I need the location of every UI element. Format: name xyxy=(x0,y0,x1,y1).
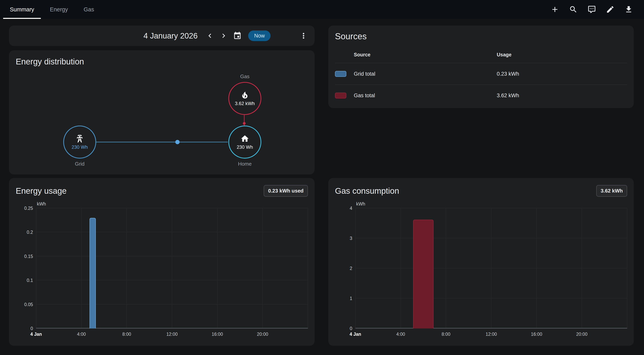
view-tabs: Summary Energy Gas xyxy=(2,0,102,19)
previous-date-button[interactable] xyxy=(204,30,216,42)
chart-grid: 01234 4 Jan4:008:0012:0016:0020:00 xyxy=(335,208,627,339)
search-button[interactable] xyxy=(567,3,580,16)
chart-bar[interactable] xyxy=(90,218,96,328)
date-menu-button[interactable] xyxy=(297,29,310,43)
gas-consumption-card: Gas consumption 3.62 kWh kWh 01234 4 Jan… xyxy=(328,178,634,346)
add-button[interactable] xyxy=(548,3,562,16)
column-header-usage: Usage xyxy=(497,52,627,58)
plus-icon xyxy=(550,5,559,14)
unit-label: kWh xyxy=(37,201,308,207)
energy-usage-card: Energy usage 0.23 kWh used kWh 00.050.10… xyxy=(9,178,314,346)
plot-area xyxy=(356,208,627,328)
selected-date: 4 January 2026 xyxy=(144,32,198,40)
left-column: 4 January 2026 Now Energy distribution xyxy=(9,26,314,346)
calendar-button[interactable] xyxy=(231,30,244,42)
chart-grid: 00.050.10.150.20.25 4 Jan4:008:0012:0016… xyxy=(16,208,308,339)
x-axis: 4 Jan4:008:0012:0016:0020:00 xyxy=(356,328,627,339)
main-content: 4 January 2026 Now Energy distribution xyxy=(0,19,644,346)
search-icon xyxy=(569,5,578,14)
grid-node-value: 230 Wh xyxy=(72,144,88,150)
energy-usage-header: Energy usage 0.23 kWh used xyxy=(16,185,308,197)
home-icon xyxy=(240,134,249,143)
dots-vertical-icon xyxy=(299,32,308,40)
chart-bar[interactable] xyxy=(413,220,434,328)
pencil-icon xyxy=(606,5,614,14)
energy-flow-diagram: Gas 3.62 kWh 230 Wh Grid xyxy=(16,68,308,167)
grid-circle: 230 Wh xyxy=(63,126,96,159)
energy-usage-chart: kWh 00.050.10.150.20.25 4 Jan4:008:0012:… xyxy=(16,201,308,339)
home-node-value: 230 Wh xyxy=(237,144,253,150)
right-column: Sources Source Usage Grid total 0.23 kWh… xyxy=(328,26,634,346)
sources-table: Source Usage Grid total 0.23 kWh Gas tot… xyxy=(335,46,627,106)
gas-consumption-header: Gas consumption 3.62 kWh xyxy=(335,185,627,197)
source-swatch xyxy=(335,93,346,98)
next-date-button[interactable] xyxy=(218,30,230,42)
download-icon xyxy=(624,5,633,14)
y-axis: 01234 xyxy=(335,208,356,328)
energy-flow-lines xyxy=(16,68,308,167)
chevron-right-icon xyxy=(219,32,228,40)
source-name: Grid total xyxy=(354,71,497,77)
assist-button[interactable] xyxy=(585,3,598,16)
table-row-gas-total: Gas total 3.62 kWh xyxy=(335,85,627,106)
home-node[interactable]: 230 Wh Home xyxy=(228,126,261,167)
energy-distribution-title: Energy distribution xyxy=(16,57,308,66)
gas-node-value: 3.62 kWh xyxy=(235,101,255,106)
column-header-source: Source xyxy=(354,52,497,58)
now-button[interactable]: Now xyxy=(248,31,270,41)
swatch-cell xyxy=(335,71,354,77)
home-circle: 230 Wh xyxy=(228,126,261,159)
grid-node-label: Grid xyxy=(75,161,84,167)
source-swatch xyxy=(335,71,346,77)
gas-circle: 3.62 kWh xyxy=(228,82,261,115)
energy-distribution-card: Energy distribution Gas 3.62 kWh xyxy=(9,50,314,174)
source-usage: 3.62 kWh xyxy=(497,93,627,99)
tab-summary-label: Summary xyxy=(10,6,34,13)
energy-usage-badge: 0.23 kWh used xyxy=(264,185,308,197)
source-name: Gas total xyxy=(354,93,497,99)
source-usage: 0.23 kWh xyxy=(497,71,627,77)
assist-chat-icon xyxy=(588,5,596,14)
gas-consumption-badge: 3.62 kWh xyxy=(596,185,627,197)
gas-consumption-chart: kWh 01234 4 Jan4:008:0012:0016:0020:00 xyxy=(335,201,627,339)
date-selector-card: 4 January 2026 Now xyxy=(9,26,314,46)
unit-label: kWh xyxy=(356,201,627,207)
y-axis: 00.050.10.150.20.25 xyxy=(16,208,36,328)
grid-node[interactable]: 230 Wh Grid xyxy=(63,126,96,167)
gas-node[interactable]: Gas 3.62 kWh xyxy=(228,74,261,115)
sources-title: Sources xyxy=(335,32,627,41)
tab-gas-label: Gas xyxy=(84,6,94,13)
swatch-cell xyxy=(335,93,354,98)
chevron-left-icon xyxy=(206,32,214,40)
gas-node-label: Gas xyxy=(240,74,250,80)
tab-summary[interactable]: Summary xyxy=(2,0,42,19)
fire-icon xyxy=(240,91,249,100)
table-row-grid-total: Grid total 0.23 kWh xyxy=(335,63,627,85)
app-header: Summary Energy Gas xyxy=(0,0,644,19)
tab-energy[interactable]: Energy xyxy=(42,0,76,19)
calendar-icon xyxy=(233,32,242,40)
sources-table-header: Source Usage xyxy=(335,46,627,63)
tab-energy-label: Energy xyxy=(50,6,68,13)
x-axis: 4 Jan4:008:0012:0016:0020:00 xyxy=(36,328,308,339)
energy-usage-title: Energy usage xyxy=(16,186,66,196)
gas-consumption-title: Gas consumption xyxy=(335,186,399,196)
download-button[interactable] xyxy=(622,3,635,16)
transmission-tower-icon xyxy=(75,134,84,143)
header-actions xyxy=(548,0,635,19)
sources-card: Sources Source Usage Grid total 0.23 kWh… xyxy=(328,26,634,108)
plot-area xyxy=(36,208,308,328)
tab-gas[interactable]: Gas xyxy=(76,0,102,19)
date-controls: 4 January 2026 Now xyxy=(144,30,271,42)
home-node-label: Home xyxy=(238,161,252,167)
edit-dashboard-button[interactable] xyxy=(604,3,617,16)
